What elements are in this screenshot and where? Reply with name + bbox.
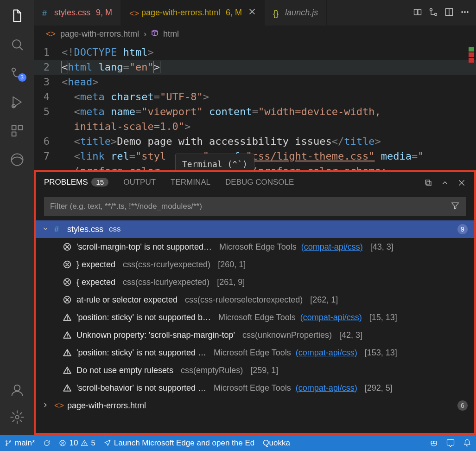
problem-message: Do not use empty rulesets bbox=[76, 366, 173, 375]
svg-point-16 bbox=[464, 11, 466, 13]
breadcrumb[interactable]: <> page-with-errors.html › html bbox=[34, 26, 476, 42]
json-file-icon: {} bbox=[273, 9, 281, 17]
compare-changes-icon[interactable] bbox=[413, 7, 422, 19]
code-line[interactable]: initial-scale=1.0"> bbox=[34, 119, 476, 134]
problem-row[interactable]: { expectedcss(css-lcurlyexpected)[261, 9… bbox=[36, 273, 474, 291]
svg-point-12 bbox=[430, 8, 432, 11]
warning-icon bbox=[63, 366, 72, 375]
tab-problems[interactable]: PROBLEMS 15 bbox=[44, 178, 108, 190]
code-editor[interactable]: 1<!DOCTYPE html>2<html lang="en">3<head>… bbox=[34, 42, 476, 170]
problem-row[interactable]: Unknown property: 'scroll-snap-margin-to… bbox=[36, 326, 474, 344]
status-quokka[interactable]: Quokka bbox=[263, 438, 290, 448]
problems-list[interactable]: #styles.csscss9'scroll-margin-top' is no… bbox=[36, 220, 474, 433]
extensions-icon[interactable] bbox=[6, 120, 28, 142]
tab-launch-js[interactable]: {} launch.js bbox=[265, 0, 327, 26]
code-line[interactable]: 1<!DOCTYPE html> bbox=[34, 45, 476, 60]
problem-row[interactable]: 'scroll-margin-top' is not supported…Mic… bbox=[36, 238, 474, 256]
code-content: <head> bbox=[62, 75, 98, 90]
code-line[interactable]: 5 <meta name="viewport" content="width=d… bbox=[34, 104, 476, 119]
status-errors-warnings[interactable]: 10 5 bbox=[59, 438, 95, 448]
problem-row[interactable]: 'position: sticky' is not supported …Mic… bbox=[36, 344, 474, 361]
close-panel-icon[interactable] bbox=[457, 179, 466, 189]
breadcrumb-symbol: html bbox=[163, 29, 179, 39]
problem-link[interactable]: (compat-api/css) bbox=[296, 348, 357, 358]
problem-message: { expected bbox=[76, 277, 115, 287]
close-icon[interactable] bbox=[248, 8, 256, 18]
problem-message: 'position: sticky' is not supported … bbox=[76, 348, 206, 358]
status-sync[interactable] bbox=[43, 439, 51, 447]
svg-point-9 bbox=[15, 415, 19, 419]
tab-page-with-errors-html[interactable]: <> page-with-errors.html 6, M bbox=[121, 0, 265, 26]
code-line[interactable]: (prefers-color ), (prefers-color-scheme: bbox=[34, 164, 476, 170]
tab-terminal[interactable]: TERMINAL bbox=[171, 178, 210, 190]
css-file-icon: # bbox=[42, 9, 51, 17]
error-icon bbox=[63, 277, 72, 287]
chevron-right-icon: › bbox=[144, 29, 146, 39]
panel-tab-label: DEBUG CONSOLE bbox=[225, 178, 294, 187]
problem-message: 'scroll-margin-top' is not supported… bbox=[76, 242, 212, 252]
code-line[interactable]: 2<html lang="en"> bbox=[34, 60, 476, 75]
quokka-label: Quokka bbox=[263, 438, 290, 448]
svg-point-17 bbox=[467, 11, 469, 13]
edge-icon[interactable] bbox=[6, 148, 28, 171]
file-icon: <> bbox=[54, 401, 63, 411]
problem-link[interactable]: (compat-api/css) bbox=[301, 242, 363, 252]
status-branch[interactable]: main* bbox=[5, 438, 35, 448]
problem-source: css(css-rcurlyexpected) bbox=[123, 260, 210, 270]
error-count: 10 bbox=[69, 438, 78, 448]
problem-message: Unknown property: 'scroll-snap-margin-to… bbox=[76, 330, 235, 340]
run-debug-icon[interactable] bbox=[6, 91, 28, 113]
tab-actions bbox=[406, 0, 476, 26]
tab-label: styles.css bbox=[54, 8, 90, 18]
problem-row[interactable]: 'position: sticky' is not supported b…Mi… bbox=[36, 309, 474, 326]
file-icon: # bbox=[54, 225, 63, 234]
tab-output[interactable]: OUTPUT bbox=[123, 178, 156, 190]
maximize-panel-icon[interactable] bbox=[441, 179, 449, 189]
problem-link[interactable]: (compat-api/css) bbox=[296, 383, 357, 393]
tab-debug-console[interactable]: DEBUG CONSOLE bbox=[225, 178, 294, 190]
svg-rect-4 bbox=[12, 126, 16, 130]
svg-point-13 bbox=[435, 13, 437, 15]
tab-label: launch.js bbox=[285, 8, 318, 18]
status-copilot-icon[interactable] bbox=[430, 439, 438, 447]
svg-rect-18 bbox=[425, 180, 430, 184]
code-content: <html lang="en"> bbox=[62, 60, 160, 75]
split-editor-icon[interactable] bbox=[444, 7, 454, 19]
filter-icon[interactable] bbox=[445, 201, 465, 212]
file-problem-count: 9 bbox=[457, 224, 468, 234]
problem-link[interactable]: (compat-api/css) bbox=[300, 313, 362, 322]
minimap[interactable] bbox=[469, 47, 476, 64]
problem-row[interactable]: } expectedcss(css-rcurlyexpected)[260, 1… bbox=[36, 256, 474, 273]
account-icon[interactable] bbox=[6, 379, 28, 401]
status-feedback-icon[interactable] bbox=[446, 439, 455, 447]
collapse-all-icon[interactable] bbox=[424, 179, 432, 189]
problem-file-group[interactable]: #styles.csscss9 bbox=[36, 220, 474, 238]
code-line[interactable]: 7 <link rel="styl " f="css/light-theme.c… bbox=[34, 149, 476, 164]
code-line[interactable]: 6 <title>Demo page with accessibility is… bbox=[34, 134, 476, 149]
problem-file-group[interactable]: <>page-with-errors.html6 bbox=[36, 397, 474, 414]
tab-styles-css[interactable]: # styles.css 9, M bbox=[34, 0, 121, 26]
error-icon bbox=[63, 260, 72, 269]
problem-location: [259, 1] bbox=[250, 366, 278, 375]
open-changes-icon[interactable] bbox=[429, 7, 438, 19]
warning-count: 5 bbox=[91, 438, 95, 448]
problem-location: [15, 13] bbox=[369, 313, 397, 322]
status-launch-edge[interactable]: Launch Microsoft Edge and open the Ed bbox=[104, 438, 254, 448]
problem-row[interactable]: Do not use empty rulesetscss(emptyRules)… bbox=[36, 361, 474, 379]
code-line[interactable]: 3<head> bbox=[34, 75, 476, 90]
problem-row[interactable]: 'scroll-behavior' is not supported …Micr… bbox=[36, 379, 474, 397]
filter-input[interactable] bbox=[44, 202, 445, 211]
main-area: # styles.css 9, M <> page-with-errors.ht… bbox=[34, 0, 476, 435]
code-content: <!DOCTYPE html> bbox=[62, 45, 154, 60]
problem-source: css(emptyRules) bbox=[181, 366, 243, 375]
explorer-icon[interactable] bbox=[6, 5, 28, 27]
problem-message: 'scroll-behavior' is not supported … bbox=[76, 383, 206, 393]
more-actions-icon[interactable] bbox=[460, 7, 470, 19]
symbol-icon bbox=[151, 29, 159, 39]
source-control-icon[interactable]: 3 bbox=[6, 62, 28, 84]
search-icon[interactable] bbox=[6, 33, 28, 56]
problem-row[interactable]: at-rule or selector expectedcss(css-rule… bbox=[36, 291, 474, 309]
code-line[interactable]: 4 <meta charset="UTF-8"> bbox=[34, 90, 476, 104]
status-bell-icon[interactable] bbox=[463, 439, 471, 447]
settings-gear-icon[interactable] bbox=[6, 406, 28, 428]
